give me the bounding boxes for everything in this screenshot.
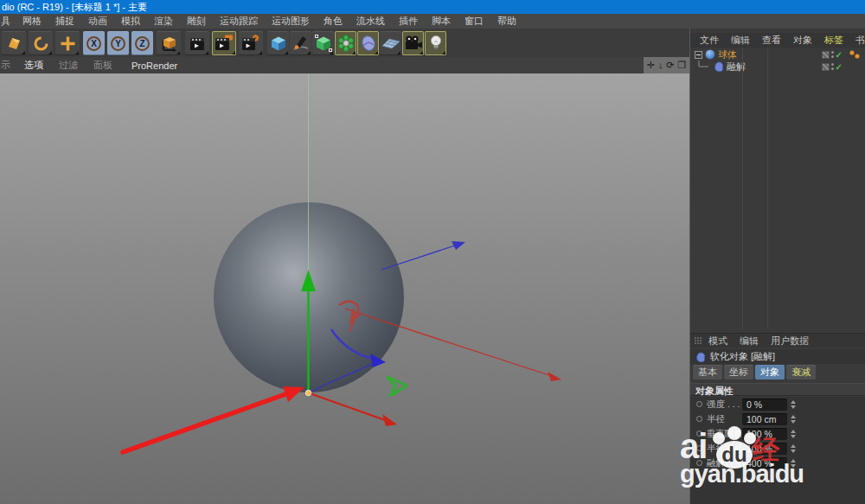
visibility-dots-icon[interactable] (831, 51, 834, 58)
keyframe-circle-icon[interactable] (696, 460, 702, 466)
annotation-arrow (123, 386, 304, 452)
menu-item-character[interactable]: 角色 (317, 15, 349, 28)
keyframe-circle-icon[interactable] (696, 445, 702, 451)
strength-input[interactable]: 0 % (742, 399, 787, 411)
axis-y-lock-button[interactable]: Y (107, 31, 129, 55)
menu-item-sculpt[interactable]: 雕刻 (180, 15, 213, 28)
add-mograph-button[interactable] (335, 31, 356, 55)
viewport-toggle-icon[interactable]: ❐ (677, 57, 686, 73)
coordinate-system-button[interactable] (157, 31, 181, 55)
om-menu-tags[interactable]: 标签 (818, 34, 849, 47)
menu-item-render[interactable]: 渲染 (147, 15, 180, 28)
axis-z-lock-button[interactable]: Z (131, 31, 153, 55)
add-environment-button[interactable] (380, 31, 401, 55)
stepper-arrows[interactable] (791, 444, 796, 453)
menu-item-mesh[interactable]: 网格 (16, 15, 48, 28)
add-deformer-button[interactable] (357, 31, 379, 55)
gizmo-origin-point[interactable] (305, 390, 311, 395)
menu-item-motion-tracker[interactable]: 运动跟踪 (213, 15, 265, 28)
move-tool-button[interactable] (55, 31, 80, 55)
am-menu-edit[interactable]: 编辑 (734, 335, 765, 348)
stepper-arrows[interactable] (791, 415, 796, 424)
cube-icon (270, 35, 287, 52)
keyframe-circle-icon[interactable] (696, 416, 702, 422)
phong-tag-icon[interactable] (848, 49, 862, 60)
rotation-handle-green[interactable] (388, 377, 407, 396)
tab-coordinates[interactable]: 坐标 (724, 365, 753, 380)
menu-item-mograph[interactable]: 运动图形 (265, 15, 317, 28)
om-menu-file[interactable]: 文件 (694, 34, 725, 47)
tab-basic[interactable]: 基本 (693, 365, 722, 380)
expand-toggle-icon[interactable] (695, 51, 702, 59)
menu-item-window[interactable]: 窗口 (458, 15, 490, 28)
property-row-radius: 半径 100 cm (690, 411, 865, 426)
om-menu-object[interactable]: 对象 (787, 34, 818, 47)
options-item-panel[interactable]: 面板 (86, 59, 120, 72)
property-row-melt-size: 融解尺寸 400 % (690, 456, 865, 470)
rotate-tool-button[interactable] (29, 31, 53, 55)
menu-item-script[interactable]: 脚本 (425, 15, 458, 28)
viewport-3d[interactable] (0, 73, 689, 504)
render-view-button[interactable] (185, 31, 209, 55)
om-menu-edit[interactable]: 编辑 (725, 34, 756, 47)
radius-randomness-input[interactable]: 100 % (742, 443, 787, 455)
stepper-arrows[interactable] (791, 459, 796, 468)
om-menu-view[interactable]: 查看 (756, 34, 787, 47)
tab-object[interactable]: 对象 (755, 365, 785, 380)
keyframe-circle-icon[interactable] (696, 401, 702, 407)
panel-grip-icon[interactable] (694, 336, 702, 345)
axis-y-icon: Y (111, 36, 125, 51)
menu-item-help[interactable]: 帮助 (490, 15, 523, 28)
menu-item-simulate[interactable]: 模拟 (114, 15, 147, 28)
attribute-manager-menubar: 模式 编辑 用户数据 (690, 333, 865, 348)
add-camera-button[interactable] (402, 31, 424, 55)
object-row-sphere[interactable]: 球体 ✓ (690, 48, 865, 61)
viewport-rotate-icon[interactable]: ⟳ (666, 57, 674, 73)
radius-input[interactable]: 100 cm (742, 413, 787, 425)
axis-x-icon: X (86, 36, 101, 51)
melt-deformer-icon (695, 352, 706, 362)
object-row-melt[interactable]: 融解 ✓ (690, 61, 865, 73)
render-to-picture-viewer-button[interactable] (212, 31, 236, 55)
layer-square-icon[interactable] (822, 51, 830, 59)
enabled-check-icon[interactable]: ✓ (836, 62, 843, 72)
menu-item-animate[interactable]: 动画 (81, 15, 114, 28)
options-item-prorender[interactable]: ProRender (124, 61, 185, 71)
add-spline-button[interactable] (290, 31, 311, 55)
viewport-scene (0, 73, 689, 504)
options-item-filter[interactable]: 过滤 (51, 59, 86, 72)
visibility-dots-icon[interactable] (831, 63, 834, 70)
stepper-arrows[interactable] (791, 430, 796, 438)
melt-size-input[interactable]: 400 % (742, 457, 787, 469)
layer-square-icon[interactable] (822, 63, 830, 71)
enabled-check-icon[interactable]: ✓ (836, 50, 843, 60)
menu-item-pipeline[interactable]: 流水线 (349, 15, 392, 28)
om-menu-bookmarks[interactable]: 书签 (849, 34, 865, 47)
viewport-pan-icon[interactable]: ✛ (647, 57, 655, 73)
keyframe-circle-icon[interactable] (696, 431, 702, 437)
am-properties: 强度 . . . 0 % 半径 100 cm 垂直随机 100 % 半径随机 1… (690, 397, 865, 504)
options-item-display[interactable]: 示 (0, 59, 16, 72)
add-light-button[interactable] (425, 31, 446, 55)
am-menu-mode[interactable]: 模式 (702, 335, 734, 348)
menu-item-snap[interactable]: 捕捉 (48, 15, 81, 28)
gizmo-x-handle[interactable] (310, 393, 397, 426)
stepper-arrows[interactable] (791, 400, 796, 409)
render-view-icon (189, 35, 206, 52)
object-name-sphere[interactable]: 球体 (718, 48, 737, 61)
move-tool-icon (60, 35, 76, 52)
menu-item-plugins[interactable]: 插件 (392, 15, 425, 28)
viewport-zoom-icon[interactable]: ↓ (658, 57, 663, 73)
vertical-randomness-input[interactable]: 100 % (742, 428, 787, 440)
render-settings-button[interactable] (239, 31, 263, 55)
axis-x-lock-button[interactable]: X (83, 31, 105, 55)
tab-falloff[interactable]: 衰减 (786, 365, 816, 380)
add-primitive-button[interactable] (267, 31, 289, 55)
add-generator-button[interactable] (312, 31, 334, 55)
menu-item-tools[interactable]: 具 (0, 15, 16, 28)
options-item-options[interactable]: 选项 (16, 59, 51, 72)
am-menu-userdata[interactable]: 用户数据 (765, 335, 815, 348)
scale-tool-button[interactable] (2, 31, 26, 55)
object-manager-menubar: 文件 编辑 查看 对象 标签 书签 (690, 33, 865, 48)
property-label: 垂直随机 (707, 428, 741, 440)
